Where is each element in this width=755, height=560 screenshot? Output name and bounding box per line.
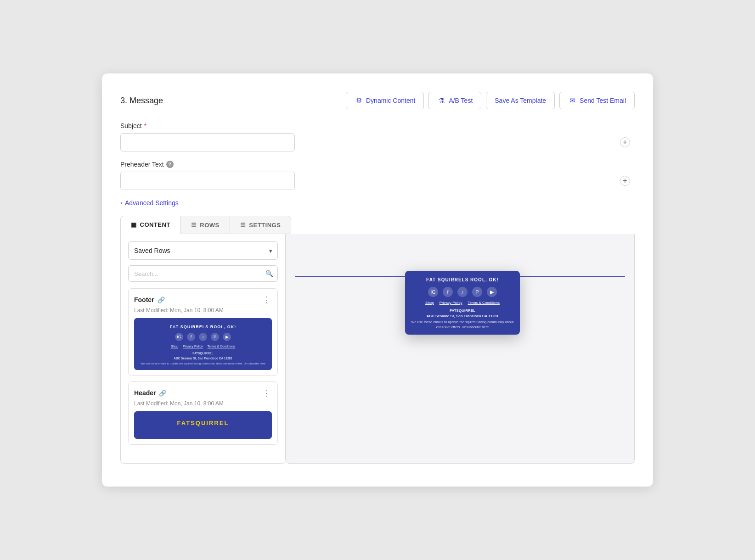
hover-card-company: FATSQUIRREL [411, 308, 514, 313]
rows-tab-icon: ☰ [191, 222, 197, 229]
settings-tab-icon: ☰ [240, 222, 246, 229]
saved-rows-dropdown: Saved Rows All Rows ▾ [128, 241, 278, 260]
hover-preview-card: FAT SQUIRRELS ROOL, OK! IG f ♪ P ▶ Shop … [405, 271, 520, 335]
tiktok-icon: ♪ [199, 333, 207, 341]
advanced-settings-toggle[interactable]: › Advanced Settings [120, 199, 635, 207]
email-canvas: Drag it here Unsubscribe from our emails… [286, 234, 635, 464]
footer-preview-links: Shop Privacy Policy Terms & Conditions [139, 345, 267, 348]
search-icon: 🔍 [265, 270, 273, 277]
ab-test-icon: ⚗ [437, 96, 445, 105]
header-card-header: Header 🔗 ⋮ [134, 387, 272, 398]
footer-social-icons: IG f ♪ P ▶ [139, 333, 267, 341]
footer-card[interactable]: Footer 🔗 ⋮ Last Modified: Mon, Jan 10, 8… [128, 288, 278, 376]
required-indicator: * [144, 122, 146, 129]
preheader-input-wrapper: + [120, 172, 635, 190]
page-title: 3. Message [120, 96, 163, 106]
footer-preview-company: FATSQUIRREL [139, 352, 267, 355]
youtube-icon: ▶ [223, 333, 231, 341]
facebook-icon: f [187, 333, 195, 341]
footer-preview-tagline: FAT SQUIRRELS ROOL, OK! [139, 325, 267, 329]
hover-instagram-icon: IG [428, 287, 438, 297]
hover-tiktok-icon: ♪ [457, 287, 468, 297]
subject-section: Subject * + [120, 122, 635, 151]
footer-preview-body: We use these emails to update the squirr… [139, 362, 267, 365]
tab-settings[interactable]: ☰ SETTINGS [230, 216, 292, 234]
footer-card-preview: FAT SQUIRRELS ROOL, OK! IG f ♪ P ▶ Shop … [134, 318, 272, 370]
pinterest-icon: P [211, 333, 219, 341]
content-area: Saved Rows All Rows ▾ 🔍 Footer 🔗 ⋮ [120, 234, 635, 464]
top-row: 3. Message ⚙ Dynamic Content ⚗ A/B Test … [120, 92, 635, 109]
help-icon[interactable]: ? [166, 161, 174, 168]
search-input[interactable] [128, 265, 278, 282]
preheader-label: Preheader Text ? [120, 161, 635, 168]
dynamic-content-button[interactable]: ⚙ Dynamic Content [346, 92, 424, 109]
hover-card-body: We use these emails to update the squirr… [411, 319, 514, 330]
instagram-icon: IG [175, 333, 183, 341]
header-card-date: Last Modified: Mon, Jan 10, 8:00 AM [134, 400, 272, 407]
hover-pinterest-icon: P [472, 287, 482, 297]
tab-content[interactable]: ▦ CONTENT [120, 216, 180, 234]
footer-link-icon[interactable]: 🔗 [158, 297, 165, 303]
preheader-plus-button[interactable]: + [620, 176, 630, 186]
hover-card-tagline: FAT SQUIRRELS ROOL, OK! [411, 277, 514, 282]
saved-rows-select[interactable]: Saved Rows All Rows [128, 241, 278, 260]
hover-social-icons: IG f ♪ P ▶ [411, 287, 514, 297]
ab-test-button[interactable]: ⚗ A/B Test [428, 92, 481, 109]
send-test-email-button[interactable]: ✉ Send Test Email [559, 92, 635, 109]
header-link-icon[interactable]: 🔗 [159, 390, 166, 397]
header-menu-button[interactable]: ⋮ [261, 387, 272, 398]
hover-preview-links: Shop Privacy Policy Terms & Conditions [411, 301, 514, 305]
header-card[interactable]: Header 🔗 ⋮ Last Modified: Mon, Jan 10, 8… [128, 381, 278, 445]
content-tab-icon: ▦ [131, 221, 137, 228]
header-preview-brand: FATSQUIRREL [139, 420, 267, 426]
subject-label: Subject * [120, 122, 635, 129]
footer-card-header: Footer 🔗 ⋮ [134, 294, 272, 305]
preheader-input[interactable] [120, 172, 295, 190]
tabs-row: ▦ CONTENT ☰ ROWS ☰ SETTINGS [120, 216, 635, 234]
search-wrapper: 🔍 [128, 265, 278, 282]
hover-facebook-icon: f [443, 287, 453, 297]
subject-input-wrapper: + [120, 133, 635, 151]
hover-youtube-icon: ▶ [487, 287, 497, 297]
header-title-row: Header 🔗 [134, 389, 166, 397]
save-template-button[interactable]: Save As Template [486, 92, 555, 109]
send-test-icon: ✉ [568, 96, 576, 105]
footer-preview-address: ABC Sesame St, San Francisco CA 11281 [139, 357, 267, 360]
sidebar: Saved Rows All Rows ▾ 🔍 Footer 🔗 ⋮ [120, 234, 286, 464]
main-container: 3. Message ⚙ Dynamic Content ⚗ A/B Test … [102, 73, 653, 487]
footer-card-date: Last Modified: Mon, Jan 10, 8:00 AM [134, 307, 272, 314]
preheader-section: Preheader Text ? + [120, 161, 635, 190]
hover-card-address: ABC Sesame St, San Francisco CA 11281 [411, 314, 514, 318]
dynamic-content-icon: ⚙ [355, 96, 363, 105]
canvas-content: Drag it here Unsubscribe from our emails [286, 234, 634, 463]
tab-rows[interactable]: ☰ ROWS [180, 216, 230, 234]
subject-plus-button[interactable]: + [620, 137, 630, 147]
subject-input[interactable] [120, 133, 295, 151]
header-card-preview: FATSQUIRREL [134, 411, 272, 439]
chevron-right-icon: › [120, 200, 122, 206]
top-buttons: ⚙ Dynamic Content ⚗ A/B Test Save As Tem… [346, 92, 635, 109]
footer-title-row: Footer 🔗 [134, 296, 165, 303]
footer-menu-button[interactable]: ⋮ [261, 294, 272, 305]
